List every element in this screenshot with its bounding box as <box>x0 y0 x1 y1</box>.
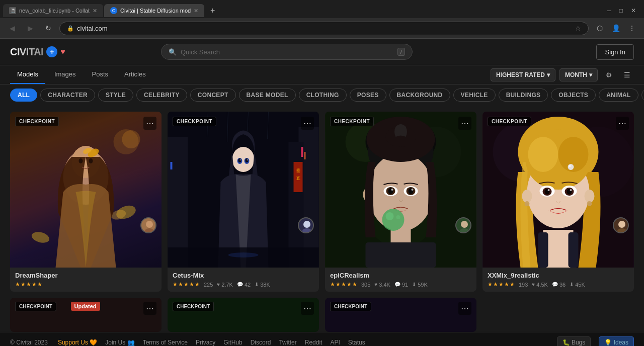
reddit-link[interactable]: Reddit <box>305 339 323 346</box>
cat-poses[interactable]: POSES <box>350 89 386 102</box>
svg-point-34 <box>247 159 248 160</box>
svg-text:垂: 垂 <box>296 168 300 173</box>
cetus-mix-stats: ★★★★★ 225 ♥2.7K 💬42 ⬇38K <box>173 281 314 288</box>
nav-tab-articles[interactable]: Articles <box>117 65 153 84</box>
tab2-close[interactable]: ✕ <box>194 8 198 14</box>
svg-point-73 <box>525 201 530 206</box>
nav-tab-models[interactable]: Models <box>10 65 45 84</box>
twitter-link[interactable]: Twitter <box>279 339 296 346</box>
svg-point-13 <box>144 228 154 233</box>
bottom-card-1[interactable]: CHECKPOINT Updated ⋯ <box>10 298 162 332</box>
tab-1[interactable]: 📓 new_colab_file.ipynb - Collabora... ✕ <box>3 4 103 17</box>
cat-animal[interactable]: ANIMAL <box>599 89 638 102</box>
support-link[interactable]: Support Us 🧡 <box>58 339 97 346</box>
tab1-title: new_colab_file.ipynb - Collabora... <box>19 8 90 14</box>
cat-objects[interactable]: OBJECTS <box>551 89 596 102</box>
nav-tab-images[interactable]: Images <box>47 65 83 84</box>
bugs-button[interactable]: 🐛 Bugs <box>557 336 591 346</box>
svg-point-90 <box>617 228 627 233</box>
svg-rect-61 <box>366 242 436 268</box>
signin-button[interactable]: Sign In <box>596 44 633 60</box>
ideas-button[interactable]: 💡 Ideas <box>599 336 634 346</box>
new-tab-button[interactable]: + <box>205 3 220 18</box>
xxmix9-badge: CHECKPOINT <box>488 117 531 126</box>
filter-button[interactable]: ⚙ <box>602 68 616 82</box>
logo-plus-button[interactable]: + <box>46 46 57 57</box>
xxmix9-name: XXMix_9realistic <box>488 272 629 279</box>
logo[interactable]: CIVITAI + ♥ <box>10 46 65 58</box>
bc2-menu[interactable]: ⋯ <box>301 302 314 315</box>
svg-point-8 <box>79 158 83 163</box>
cat-celebrity[interactable]: CELEBRITY <box>136 89 187 102</box>
cetus-mix-likes: ♥2.7K <box>217 282 233 288</box>
nav-tab-posts[interactable]: Posts <box>85 65 116 84</box>
bc3-badge: CHECKPOINT <box>330 302 371 311</box>
sort-dropdown[interactable]: HIGHEST RATED ▾ <box>491 68 555 81</box>
maximize-button[interactable]: □ <box>616 6 626 15</box>
search-bar[interactable]: 🔍 Quick Search / <box>161 44 413 60</box>
close-window-button[interactable]: ✕ <box>628 6 639 15</box>
tab1-close[interactable]: ✕ <box>93 8 97 14</box>
cat-character[interactable]: CHARACTER <box>40 89 95 102</box>
period-chevron-icon: ▾ <box>589 71 592 78</box>
model-card-dreamshaper[interactable]: CHECKPOINT ⋯ DreamShaper ★★★★★ <box>10 112 162 292</box>
discord-link[interactable]: Discord <box>251 339 271 346</box>
browser-chrome: 📓 new_colab_file.ipynb - Collabora... ✕ … <box>0 0 644 39</box>
bottom-card-2[interactable]: CHECKPOINT ⋯ <box>168 298 319 332</box>
svg-point-32 <box>246 158 249 162</box>
svg-point-85 <box>548 189 550 191</box>
menu-icon[interactable]: ⋮ <box>625 21 639 35</box>
model-card-cetus-mix[interactable]: 垂 直 <box>168 112 319 292</box>
join-link[interactable]: Join Us 👥 <box>105 339 134 346</box>
bottom-card-3[interactable]: CHECKPOINT ⋯ <box>325 298 476 332</box>
github-link[interactable]: GitHub <box>223 339 242 346</box>
forward-button[interactable]: ▶ <box>23 21 37 35</box>
view-toggle-button[interactable]: ☰ <box>620 68 634 82</box>
card-image-container: CHECKPOINT ⋯ <box>10 112 162 268</box>
cat-buildings[interactable]: BUILDINGS <box>499 89 548 102</box>
reload-button[interactable]: ↻ <box>41 21 55 35</box>
svg-point-37 <box>303 221 310 228</box>
bookmark-star-icon[interactable]: ☆ <box>575 25 581 32</box>
model-card-epicrealism[interactable]: CHECKPOINT ⋯ epiCRealism ★★★★★ 305 ♥3.4K… <box>325 112 476 292</box>
minimize-button[interactable]: ─ <box>604 6 614 15</box>
tab-2[interactable]: C Civitai | Stable Diffusion models... ✕ <box>104 4 204 17</box>
cat-all[interactable]: ALL <box>10 89 37 102</box>
xxmix9-stats: ★★★★★ 193 ♥4.5K 💬36 ⬇45K <box>488 281 629 288</box>
cat-vehicle[interactable]: VEHICLE <box>453 89 496 102</box>
cat-style[interactable]: STYLE <box>98 89 133 102</box>
dreamshaper-badge: CHECKPOINT <box>15 117 59 126</box>
back-button[interactable]: ◀ <box>5 21 19 35</box>
dreamshaper-menu[interactable]: ⋯ <box>143 117 156 130</box>
cat-concept[interactable]: CONCEPT <box>190 89 236 102</box>
cetus-mix-comments: 💬42 <box>237 282 251 288</box>
cat-clothing[interactable]: CLOTHING <box>299 89 347 102</box>
period-dropdown[interactable]: MONTH ▾ <box>559 68 598 81</box>
xxmix9-menu[interactable]: ⋯ <box>616 117 629 130</box>
extensions-icon[interactable]: ⬡ <box>593 21 607 35</box>
category-bar: ALL CHARACTER STYLE CELEBRITY CONCEPT BA… <box>0 84 644 106</box>
bc1-menu[interactable]: ⋯ <box>143 302 156 315</box>
model-card-xxmix9[interactable]: CHECKPOINT ⋯ XXMix_9realistic ★★★★★ 193 … <box>482 112 634 292</box>
cetus-mix-menu[interactable]: ⋯ <box>301 117 314 130</box>
cat-base-model[interactable]: BASE MODEL <box>239 89 296 102</box>
terms-link[interactable]: Terms of Service <box>143 339 188 346</box>
address-bar[interactable]: 🔒 civitai.com ☆ <box>59 22 589 35</box>
status-link[interactable]: Status <box>348 339 365 346</box>
profile-icon[interactable]: 👤 <box>609 21 623 35</box>
logo-heart-icon[interactable]: ♥ <box>60 47 65 56</box>
cat-background[interactable]: BACKGROUND <box>389 89 450 102</box>
bc3-menu[interactable]: ⋯ <box>458 302 471 315</box>
epicrealism-info: epiCRealism ★★★★★ 305 ♥3.4K 💬91 ⬇59K <box>325 268 476 292</box>
cetus-mix-name: Cetus-Mix <box>173 272 314 279</box>
footer: © Civitai 2023 Support Us 🧡 Join Us 👥 Te… <box>0 332 644 346</box>
svg-point-31 <box>238 158 242 162</box>
svg-point-38 <box>302 228 312 233</box>
cetus-mix-info: Cetus-Mix ★★★★★ 225 ♥2.7K 💬42 ⬇38K <box>168 268 319 292</box>
xxmix9-comments: 💬36 <box>552 282 566 288</box>
api-link[interactable]: API <box>330 339 340 346</box>
epicrealism-menu[interactable]: ⋯ <box>458 117 471 130</box>
card-image-container: CHECKPOINT ⋯ <box>325 112 476 268</box>
privacy-link[interactable]: Privacy <box>196 339 215 346</box>
cat-tool[interactable]: TOOL <box>641 89 644 102</box>
